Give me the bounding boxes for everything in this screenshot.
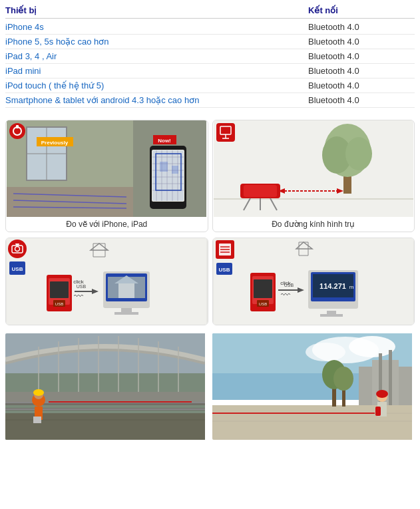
svg-rect-34	[214, 120, 413, 217]
svg-text:〰: 〰	[74, 291, 83, 301]
iphone-ipad-image: Previously Now!	[6, 120, 208, 217]
device-name: iPod touch ( thế hệ thứ 5)	[5, 81, 308, 90]
connection-type: Bluetooth 4.0	[308, 22, 415, 32]
device-name: iPhone 5, 5s hoặc cao hơn	[5, 37, 308, 47]
svg-text:USB: USB	[284, 283, 294, 287]
svg-text:USB: USB	[55, 302, 63, 306]
svg-text:USB: USB	[12, 266, 23, 272]
header-connection: Kết nối	[308, 5, 415, 15]
cylinder-caption: Đo đường kính hình trụ	[213, 217, 415, 232]
device-name: iPhone 4s	[5, 22, 308, 32]
svg-rect-104	[320, 314, 343, 317]
device-name: Smartphone & tablet với android 4.3 hoặc…	[5, 95, 308, 105]
table-row: Smartphone & tablet với android 4.3 hoặc…	[5, 93, 415, 108]
cylinder-image	[213, 120, 415, 217]
photos-row	[0, 331, 420, 445]
svg-rect-48	[216, 123, 235, 142]
svg-point-148	[333, 367, 353, 391]
svg-rect-33	[16, 125, 19, 128]
svg-text:click: click	[73, 279, 85, 285]
table-row: iPhone 4s Bluetooth 4.0	[5, 20, 415, 35]
svg-rect-143	[375, 407, 381, 416]
device-name: iPad mini	[5, 66, 308, 76]
connection-type: Bluetooth 4.0	[308, 81, 415, 90]
svg-text:USB: USB	[77, 284, 87, 289]
svg-rect-63	[50, 281, 69, 298]
iphone-ipad-caption: Đo vẽ với iPhone, iPad	[6, 217, 208, 232]
svg-rect-75	[114, 312, 138, 315]
device-table: Thiết bị Kết nối iPhone 4s Bluetooth 4.0…	[0, 0, 420, 114]
connection-type: Bluetooth 4.0	[308, 37, 415, 47]
image-row-2: USB USB USB	[0, 235, 420, 331]
svg-rect-29	[160, 162, 168, 172]
connection-type: Bluetooth 4.0	[308, 66, 415, 76]
svg-rect-73	[118, 283, 134, 298]
bridge-photo	[5, 333, 208, 440]
svg-text:114.271: 114.271	[319, 282, 346, 290]
connection-type: Bluetooth 4.0	[308, 95, 415, 105]
data-transfer-image: USB USB click 〰 USB	[213, 238, 415, 325]
photo-transfer-image: USB USB USB	[6, 238, 208, 325]
svg-text:m: m	[349, 284, 353, 290]
svg-point-141	[376, 390, 388, 398]
svg-rect-90	[254, 279, 272, 298]
svg-point-53	[8, 240, 27, 258]
table-row: iPhone 5, 5s hoặc cao hơn Bluetooth 4.0	[5, 35, 415, 49]
outdoor-photo	[212, 333, 415, 440]
svg-rect-126	[33, 417, 41, 423]
svg-rect-16	[152, 150, 184, 201]
svg-rect-30	[172, 166, 178, 174]
photo-transfer-card: USB USB USB	[5, 238, 208, 325]
svg-point-132	[306, 343, 345, 361]
svg-text:〰: 〰	[281, 289, 290, 300]
svg-rect-103	[327, 311, 336, 314]
device-name: iPad 3, 4 , Air	[5, 51, 308, 61]
iphone-ipad-card: Previously Now!	[5, 120, 208, 232]
svg-text:USB: USB	[259, 302, 267, 306]
table-row: iPad 3, 4 , Air Bluetooth 4.0	[5, 49, 415, 64]
image-row-1: Previously Now!	[0, 114, 420, 235]
svg-text:Now!: Now!	[158, 138, 171, 144]
table-row: iPad mini Bluetooth 4.0	[5, 64, 415, 79]
data-transfer-scene: USB USB click 〰 USB	[214, 238, 413, 325]
svg-point-38	[345, 137, 372, 170]
data-transfer-card: USB USB click 〰 USB	[212, 238, 415, 325]
svg-text:Previously: Previously	[41, 140, 69, 146]
table-header: Thiết bị Kết nối	[5, 5, 415, 19]
svg-rect-74	[121, 308, 132, 312]
svg-point-125	[33, 389, 44, 396]
cylinder-scene	[214, 120, 413, 217]
outdoor-scene	[212, 333, 412, 440]
table-row: iPod touch ( thế hệ thứ 5) Bluetooth 4.0	[5, 79, 415, 93]
header-device: Thiết bị	[5, 5, 308, 15]
photo-transfer-scene: USB USB USB	[7, 238, 206, 325]
bridge-scene	[5, 333, 205, 440]
cylinder-card: Đo đường kính hình trụ	[212, 120, 415, 232]
iphone-ipad-scene: Previously Now!	[7, 120, 206, 217]
svg-point-131	[349, 336, 395, 357]
svg-marker-56	[15, 244, 19, 246]
connection-type: Bluetooth 4.0	[308, 51, 415, 61]
svg-rect-136	[389, 350, 392, 407]
svg-text:USB: USB	[218, 267, 230, 273]
svg-rect-41	[244, 185, 277, 197]
